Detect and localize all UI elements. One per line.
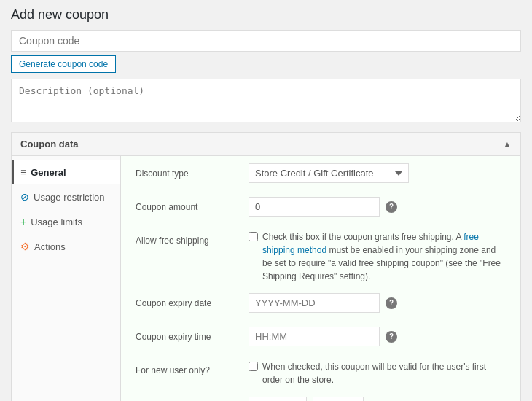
- coupon-amount-row: Coupon amount ?: [136, 197, 506, 220]
- allow-free-shipping-row: Allow free shipping Check this box if th…: [136, 230, 506, 283]
- coupon-expiry-date-help-icon[interactable]: ?: [386, 297, 397, 309]
- allow-free-shipping-label: Allow free shipping: [136, 230, 249, 247]
- for-new-user-only-label: For new user only?: [136, 360, 249, 377]
- sidebar-item-usage-restriction[interactable]: ⊘ Usage restriction: [12, 184, 120, 209]
- coupon-expiry-date-label: Coupon expiry date: [136, 293, 249, 310]
- sidebar-item-general[interactable]: ≡ General: [12, 160, 120, 184]
- for-new-user-only-wrap: When checked, this coupon will be valid …: [249, 360, 506, 386]
- sidebar-item-usage-restriction-label: Usage restriction: [34, 192, 105, 203]
- allow-free-shipping-checkbox[interactable]: [249, 232, 258, 241]
- for-new-user-only-row: For new user only? When checked, this co…: [136, 360, 506, 386]
- sidebar: ≡ General ⊘ Usage restriction + Usage li…: [12, 156, 121, 401]
- valid-for-label: Valid for: [136, 397, 249, 401]
- discount-type-row: Discount type Store Credit / Gift Certif…: [136, 163, 506, 187]
- allow-free-shipping-text: Check this box if the coupon grants free…: [262, 230, 506, 283]
- general-icon: ≡: [20, 166, 26, 178]
- coupon-amount-control: ?: [249, 197, 506, 217]
- panel-title: Coupon data: [20, 139, 78, 149]
- generate-coupon-button[interactable]: Generate coupon code: [11, 55, 116, 73]
- coupon-expiry-date-input[interactable]: [249, 293, 380, 313]
- coupon-amount-input[interactable]: [249, 197, 380, 217]
- usage-limits-icon: +: [20, 216, 26, 227]
- valid-for-row: Valid for Days (Used only for auto-gener…: [136, 397, 506, 401]
- coupon-amount-label: Coupon amount: [136, 197, 249, 214]
- coupon-amount-help-icon[interactable]: ?: [386, 201, 397, 213]
- panel-header: Coupon data ▲: [12, 133, 520, 156]
- coupon-expiry-time-label: Coupon expiry time: [136, 327, 249, 343]
- description-input[interactable]: [11, 79, 521, 122]
- actions-icon: ⚙: [20, 241, 30, 252]
- sidebar-item-actions[interactable]: ⚙ Actions: [12, 234, 120, 259]
- coupon-code-input[interactable]: [11, 30, 521, 52]
- for-new-user-only-text: When checked, this coupon will be valid …: [262, 360, 506, 386]
- allow-free-shipping-control: Check this box if the coupon grants free…: [249, 230, 506, 283]
- collapse-icon[interactable]: ▲: [503, 139, 512, 149]
- page-title: Add new coupon: [11, 7, 521, 23]
- sidebar-item-general-label: General: [31, 167, 66, 178]
- sidebar-item-usage-limits-label: Usage limits: [31, 217, 82, 227]
- coupon-expiry-time-row: Coupon expiry time ?: [136, 327, 506, 350]
- sidebar-item-actions-label: Actions: [34, 241, 66, 252]
- for-new-user-only-checkbox[interactable]: [249, 362, 258, 371]
- main-content: Discount type Store Credit / Gift Certif…: [121, 156, 520, 401]
- sidebar-item-usage-limits[interactable]: + Usage limits: [12, 209, 120, 234]
- discount-type-control: Store Credit / Gift Certificate: [249, 163, 506, 183]
- valid-for-control: Days (Used only for auto-generated coupo…: [249, 397, 506, 401]
- coupon-expiry-date-row: Coupon expiry date ?: [136, 293, 506, 316]
- coupon-expiry-time-input[interactable]: [249, 327, 380, 346]
- valid-for-unit-select[interactable]: Days: [313, 397, 364, 401]
- discount-type-label: Discount type: [136, 163, 249, 180]
- valid-for-input[interactable]: [249, 397, 307, 401]
- usage-restriction-icon: ⊘: [20, 191, 29, 203]
- allow-free-shipping-checkbox-wrap: Check this box if the coupon grants free…: [249, 230, 506, 283]
- for-new-user-only-control: When checked, this coupon will be valid …: [249, 360, 506, 386]
- coupon-expiry-time-help-icon[interactable]: ?: [386, 331, 397, 343]
- panel-body: ≡ General ⊘ Usage restriction + Usage li…: [12, 156, 520, 401]
- coupon-expiry-time-control: ?: [249, 327, 506, 346]
- discount-type-select[interactable]: Store Credit / Gift Certificate: [249, 163, 409, 183]
- coupon-expiry-date-control: ?: [249, 293, 506, 313]
- coupon-data-panel: Coupon data ▲ ≡ General ⊘ Usage restrict…: [11, 132, 521, 401]
